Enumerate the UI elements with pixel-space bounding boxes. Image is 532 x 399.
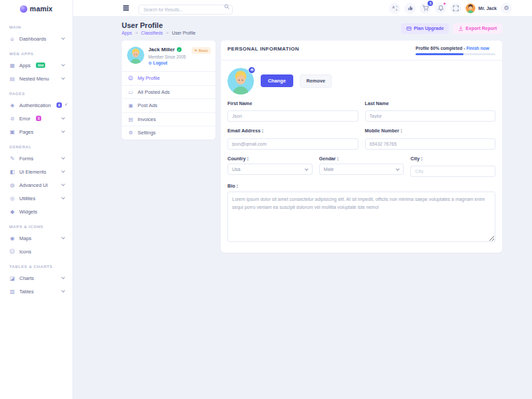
menu-item-settings[interactable]: ⚙ Settings <box>122 126 215 140</box>
sidebar-item-maps[interactable]: ◉ Maps <box>0 231 72 245</box>
svg-text:A: A <box>392 5 395 9</box>
chevron-down-icon <box>396 167 400 171</box>
forms-icon: ✎ <box>9 156 15 162</box>
mobile-number-field[interactable] <box>365 138 496 150</box>
menu-item-invoices[interactable]: ▤ Invoices <box>122 112 215 126</box>
sidebar-item-dashboards[interactable]: ⌂ Dashboards <box>0 32 72 45</box>
plan-upgrade-button[interactable]: Plan Upgrade <box>401 23 449 34</box>
sidebar-item-icons[interactable]: ☺ Icons <box>0 245 72 258</box>
finish-now-link[interactable]: Finish now <box>466 46 489 51</box>
change-photo-button[interactable]: Change <box>261 74 293 87</box>
section-label-web-apps: WEB APPS <box>9 52 63 56</box>
utilities-icon: ◎ <box>9 196 15 201</box>
sidebar-item-widgets[interactable]: ◆ Widgets <box>0 205 72 218</box>
notification-dot-badge <box>443 2 446 5</box>
card-body: Change Remove First Name Last Name <box>221 61 502 253</box>
sidebar-item-ui-elements[interactable]: ◧ Ui Elements <box>0 165 72 178</box>
flag-icon: ⚑ <box>194 49 198 53</box>
topbar: A a 5 <box>73 0 532 17</box>
bio-label: Bio : <box>227 183 495 189</box>
brand-logo[interactable]: mamix <box>0 0 72 17</box>
card-icon <box>406 26 412 31</box>
verified-icon: ✓ <box>177 47 182 52</box>
breadcrumb-classifieds[interactable]: Classifieds <box>141 31 163 35</box>
search-icon <box>224 4 229 9</box>
card-title: PERSONAL INFORMATION <box>227 46 299 52</box>
sidebar-item-forms[interactable]: ✎ Forms <box>0 152 72 165</box>
user-menu[interactable]: Mr. Jack <box>466 3 497 13</box>
search-input[interactable] <box>138 5 233 15</box>
gear-icon[interactable]: ⚙ <box>501 3 512 14</box>
mobile-field-group: Mobile Number : <box>365 128 496 150</box>
hot-badge: Hot <box>36 63 45 68</box>
remove-photo-button[interactable]: Remove <box>300 74 332 88</box>
sidebar-item-utilities[interactable]: ◎ Utilities <box>0 192 72 205</box>
chevron-down-icon <box>61 275 65 279</box>
city-field[interactable] <box>410 166 495 177</box>
sidebar-item-charts[interactable]: ◪ Charts <box>0 271 72 285</box>
translate-icon[interactable]: A a <box>389 3 400 14</box>
sidebar-item-pages[interactable]: ▣ Pages <box>0 125 72 138</box>
page-actions: Plan Upgrade Export Report <box>401 23 502 34</box>
bio-textarea[interactable]: Lorem ipsum dolor sit amet consectetur a… <box>227 192 495 242</box>
gender-select[interactable]: Male <box>319 164 404 175</box>
logout-link[interactable]: ⊙ Logout <box>148 61 186 65</box>
breadcrumb-apps[interactable]: Apps <box>122 31 132 35</box>
fullscreen-icon[interactable] <box>450 3 462 14</box>
sidebar-item-advanced-ui[interactable]: ◍ Advanced UI <box>0 178 72 192</box>
section-label-main: MAIN <box>9 25 63 29</box>
sidebar-item-apps[interactable]: ▦ Apps Hot <box>0 59 72 72</box>
maps-icon: ◉ <box>9 235 15 241</box>
icons-icon: ☺ <box>9 249 15 255</box>
post-ads-icon: ▣ <box>128 102 134 108</box>
authentication-count-badge: 8 <box>57 102 63 108</box>
first-name-field[interactable] <box>227 110 358 122</box>
thumbs-up-icon[interactable] <box>404 3 416 14</box>
first-name-field-group: First Name <box>227 100 358 122</box>
svg-text:a: a <box>396 8 398 11</box>
bell-icon[interactable] <box>435 3 446 14</box>
error-count-badge: 3 <box>36 116 42 121</box>
progress-bar-fill <box>416 53 464 55</box>
sidebar-toggle-button[interactable] <box>122 4 130 11</box>
avatar <box>466 3 475 13</box>
tables-icon: ▥ <box>9 289 15 295</box>
export-report-button[interactable]: Export Report <box>453 23 502 34</box>
widgets-icon: ◆ <box>9 209 15 215</box>
user-icon: ☺ <box>128 75 134 81</box>
sidebar-item-error[interactable]: ⊘ Error 3 <box>0 112 72 125</box>
chevron-down-icon <box>61 289 65 293</box>
progress-label: Profile 60% completed <box>416 46 462 51</box>
country-select[interactable]: Usa <box>227 164 313 175</box>
last-name-field[interactable] <box>365 110 496 122</box>
sidebar-item-tables[interactable]: ▥ Tables <box>0 285 72 298</box>
chevron-down-icon <box>305 167 309 171</box>
page-title: User Profile <box>122 21 196 29</box>
ui-elements-icon: ◧ <box>9 169 15 175</box>
cart-count-badge: 5 <box>428 1 433 6</box>
gender-field-group: Gendar : Male <box>319 156 404 178</box>
sidebar-item-authentication[interactable]: ◈ Authentication 8 <box>0 98 72 112</box>
first-name-label: First Name <box>227 100 358 106</box>
download-icon <box>458 26 464 31</box>
menu-item-post-ads[interactable]: ▣ Post Ads <box>122 98 215 112</box>
menu-item-all-posted-ads[interactable]: ▭ All Posted Ads <box>122 85 215 99</box>
member-since: Member Since 2005 <box>148 55 186 59</box>
profile-card: Jack Miller ✓ Member Since 2005 ⊙ Logout… <box>122 41 215 140</box>
email-field-group: Email Address : <box>227 128 358 150</box>
mobile-label: Mobile Number : <box>365 128 496 134</box>
camera-icon[interactable] <box>248 66 255 74</box>
brand-name: mamix <box>30 5 53 13</box>
menu-item-my-profile[interactable]: ☺ My Profile <box>122 71 215 85</box>
app-root: mamix MAIN ⌂ Dashboards WEB APPS ▦ Apps … <box>0 0 532 399</box>
chevron-down-icon <box>65 103 68 106</box>
chevron-down-icon <box>61 129 65 133</box>
sidebar-item-nested-menu[interactable]: ▤ Nested Menu <box>0 72 72 85</box>
email-field[interactable] <box>227 138 358 150</box>
cart-icon[interactable]: 5 <box>420 3 431 14</box>
page-header: User Profile Apps » Classifieds » User P… <box>122 21 502 35</box>
search-box <box>138 2 233 15</box>
advanced-ui-icon: ◍ <box>9 182 15 188</box>
section-label-pages: PAGES <box>9 92 63 96</box>
city-field-group: City : <box>410 156 495 178</box>
